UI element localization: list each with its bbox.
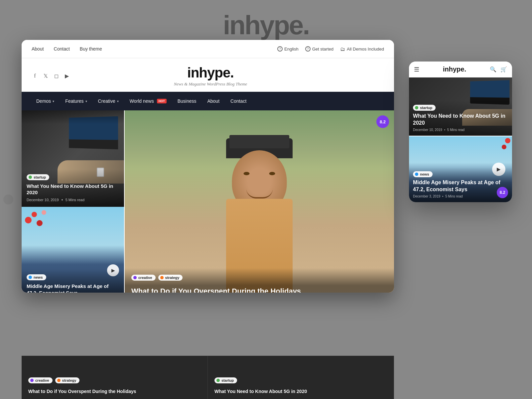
nav-business[interactable]: Business	[173, 92, 201, 110]
card1-meta-dot	[62, 199, 63, 200]
english-icon: ?	[277, 46, 283, 52]
mobile-score-badge: 8.2	[497, 187, 508, 198]
site-title: inhype.	[70, 65, 351, 81]
bottom-tags-right: startup	[214, 377, 387, 386]
card1-overlay: startup What You Need to Know About 5G i…	[22, 169, 124, 207]
mobile-flowers	[502, 138, 510, 149]
mobile-card1-date: December 10, 2019	[413, 128, 442, 132]
flowers-left	[22, 210, 58, 243]
mobile-card2-tag: news	[413, 171, 433, 177]
card1-title: What You Need to Know About 5G in 2020	[27, 183, 119, 196]
eye-right	[269, 172, 275, 175]
mobile-card2-read-time: 5 Mins read	[445, 195, 463, 198]
mobile-cart-icon[interactable]: 🛒	[500, 66, 507, 72]
card1-read-time: 5 Mins read	[66, 198, 84, 202]
bottom-startup-dot	[216, 379, 220, 382]
card-top-overlay	[22, 110, 124, 124]
topbar-buy-link[interactable]: Buy theme	[80, 46, 102, 52]
card1-date: December 10, 2019	[27, 198, 59, 202]
bg-site-title: inhype.	[0, 10, 532, 41]
mobile-header-icons: 🔍 🛒	[490, 66, 507, 72]
topbar-english[interactable]: ? English	[277, 46, 299, 52]
center-tag-strategy: strategy	[158, 275, 183, 281]
mobile-card2-tag-dot	[415, 173, 418, 176]
bottom-partial: creative strategy What to Do if You Over…	[22, 356, 394, 399]
card2-overlay: news Middle Age Misery Peaks at Age of 4…	[22, 269, 124, 293]
mobile-card1-title: What You Need to Know About 5G in 2020	[413, 113, 508, 127]
main-nav: Demos ▾ Features ▾ Creative ▾ World news…	[22, 92, 394, 110]
flower2	[32, 212, 37, 217]
site-logo: inhype. News & Magazine WordPress Blog T…	[70, 65, 351, 87]
mobile-menu-icon[interactable]: ☰	[414, 66, 419, 73]
eye-left	[244, 172, 250, 175]
get-started-icon: ?	[305, 46, 311, 52]
topbar-about-link[interactable]: About	[32, 46, 44, 52]
flower3	[37, 220, 43, 226]
mobile-card2-meta-dot	[442, 196, 443, 197]
card2-title: Middle Age Misery Peaks at Age of 47.2, …	[27, 283, 119, 293]
site-subtitle: News & Magazine WordPress Blog Theme	[70, 81, 351, 87]
cap-top	[229, 135, 289, 148]
topbar-contact-link[interactable]: Contact	[54, 46, 70, 52]
card-startup: startup What You Need to Know About 5G i…	[22, 110, 125, 207]
strategy-tag-dot	[160, 276, 164, 279]
card1-meta: December 10, 2019 5 Mins read	[27, 198, 119, 202]
bottom-title-left: What to Do if You Overspent During the H…	[28, 389, 201, 394]
mobile-card1-tag: startup	[413, 105, 436, 111]
card1-tag: startup	[27, 174, 49, 180]
nav-creative[interactable]: Creative ▾	[93, 92, 123, 110]
bottom-creative-dot	[30, 379, 34, 382]
topbar-all-demos[interactable]: 🗂 All Demos Included	[340, 46, 384, 52]
twitter-icon[interactable]: 𝕏	[42, 72, 49, 79]
center-card-title: What to Do if You Overspent During the H…	[131, 287, 387, 293]
deco-icon	[3, 195, 13, 204]
mobile-card2-overlay: news Middle Age Misery Peaks at Age of 4…	[409, 167, 512, 202]
mobile-card-1: startup What You Need to Know About 5G i…	[409, 77, 512, 136]
flower4	[42, 210, 46, 215]
demos-arrow-icon: ▾	[53, 99, 54, 103]
bottom-strategy-dot	[57, 379, 61, 382]
bottom-card-left: creative strategy What to Do if You Over…	[22, 356, 208, 399]
center-score-badge: 8.2	[376, 115, 389, 128]
mobile-card2-meta: December 3, 2019 5 Mins read	[413, 195, 508, 198]
youtube-icon[interactable]: ▶	[64, 72, 70, 79]
center-tags-row: creative strategy	[131, 275, 387, 283]
mobile-search-icon[interactable]: 🔍	[490, 66, 496, 72]
nav-features[interactable]: Features ▾	[61, 92, 91, 110]
mobile-card-2: ▶ news Middle Age Misery Peaks at Age of…	[409, 136, 512, 202]
card2-tag-dot	[29, 276, 32, 279]
bottom-card-right: startup What You Need to Know About 5G i…	[208, 356, 394, 399]
center-card: 8.2 creative strategy What to Do if You …	[125, 110, 394, 293]
browser-window: About Contact Buy theme ? English ? Get …	[22, 40, 394, 293]
creative-arrow-icon: ▾	[117, 99, 119, 103]
mobile-card2-title: Middle Age Misery Peaks at Age of 47.2, …	[413, 179, 508, 193]
social-icons: f 𝕏 ◻ ▶	[32, 72, 70, 79]
mobile-meta-dot	[444, 129, 445, 130]
flower1	[25, 217, 32, 223]
topbar: About Contact Buy theme ? English ? Get …	[22, 40, 394, 58]
creative-tag-dot	[133, 276, 137, 279]
content-area: startup What You Need to Know About 5G i…	[22, 110, 394, 293]
bottom-tag-startup: startup	[214, 377, 237, 383]
mobile-card1-tag-dot	[415, 106, 418, 109]
folder-icon: 🗂	[340, 46, 345, 52]
nav-world-news[interactable]: World news HOT	[125, 92, 171, 110]
m-flower1	[505, 138, 510, 143]
facebook-icon[interactable]: f	[32, 72, 38, 79]
bottom-tags-left: creative strategy	[28, 377, 201, 386]
nav-contact[interactable]: Contact	[226, 92, 251, 110]
bottom-title-right: What You Need to Know About 5G in 2020	[214, 389, 387, 394]
laptop-keyboard	[69, 140, 118, 150]
nav-demos[interactable]: Demos ▾	[32, 92, 59, 110]
nav-about[interactable]: About	[202, 92, 224, 110]
center-card-overlay: creative strategy What to Do if You Over…	[125, 268, 394, 293]
site-header: f 𝕏 ◻ ▶ inhype. News & Magazine WordPres…	[22, 58, 394, 92]
topbar-get-started[interactable]: ? Get started	[305, 46, 333, 52]
card1-tag-dot	[29, 176, 32, 179]
bottom-tag-creative: creative	[28, 377, 53, 383]
features-arrow-icon: ▾	[85, 99, 87, 103]
card2-tag: news	[27, 274, 46, 280]
topbar-right: ? English ? Get started 🗂 All Demos Incl…	[277, 46, 384, 52]
instagram-icon[interactable]: ◻	[53, 72, 60, 79]
m-flower2	[502, 145, 506, 149]
